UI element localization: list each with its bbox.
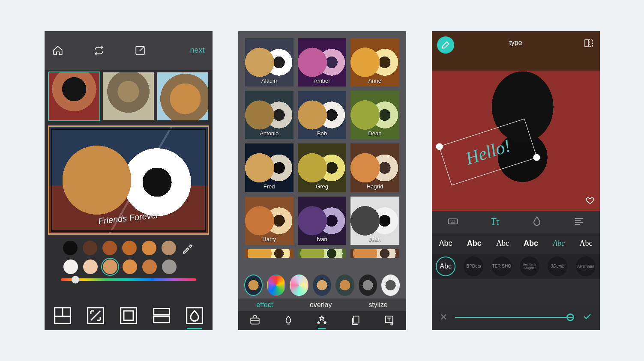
resize-tool-icon[interactable] (84, 304, 107, 327)
toolbox-icon[interactable] (249, 315, 261, 326)
next-button[interactable]: next (190, 46, 204, 55)
compare-icon[interactable] (584, 38, 594, 50)
color-swatch[interactable] (122, 241, 137, 255)
compose-icon[interactable] (135, 45, 146, 56)
filter-tile[interactable]: Jean (350, 197, 399, 245)
color-swatch[interactable] (63, 260, 78, 274)
color-swatch[interactable] (142, 241, 156, 255)
tab-overlay[interactable]: overlay (310, 301, 332, 309)
color-swatch[interactable] (83, 241, 97, 255)
effect-category[interactable] (335, 274, 354, 296)
hue-slider[interactable] (61, 278, 196, 281)
thumbnail-3[interactable] (156, 72, 209, 121)
bottom-toolbar (238, 311, 406, 330)
color-tool-icon[interactable] (183, 304, 206, 327)
main-canvas[interactable]: Friends Forever (48, 125, 209, 235)
text-overlay-box[interactable]: Hello! (439, 118, 537, 185)
effect-category[interactable] (290, 274, 308, 296)
filter-tile[interactable]: Aladin (245, 38, 294, 87)
effects-icon[interactable] (316, 315, 327, 326)
color-swatch[interactable] (63, 241, 78, 255)
font-family-button[interactable]: 3Dumb (548, 257, 567, 276)
filter-tile-partial[interactable] (245, 249, 294, 258)
border-tool-icon[interactable] (117, 304, 140, 327)
screen-collage-editor: next Friends Forever (45, 31, 213, 330)
font-sample[interactable]: Abc (439, 239, 452, 248)
svg-rect-9 (353, 316, 359, 323)
size-slider[interactable] (455, 317, 574, 318)
resize-handle-tl[interactable] (435, 142, 443, 151)
svg-rect-13 (589, 40, 593, 47)
color-swatch[interactable] (162, 241, 176, 255)
font-sample[interactable]: Abc (467, 239, 482, 248)
color-swatch-selected[interactable] (103, 260, 117, 274)
svg-rect-12 (585, 40, 588, 47)
svg-rect-5 (153, 308, 169, 315)
font-sample[interactable]: Abc (579, 239, 592, 248)
hue-slider-knob[interactable] (72, 276, 79, 283)
filter-tile[interactable]: Harry (245, 197, 294, 245)
effect-tabs: effect overlay stylize (238, 298, 406, 311)
filter-tile[interactable]: Fred (245, 143, 294, 192)
text-tool-icon[interactable] (383, 315, 395, 326)
svg-rect-4 (124, 311, 133, 320)
filter-tile[interactable]: Dean (350, 91, 399, 139)
layers-icon[interactable] (350, 315, 361, 326)
text-overlay-content: Hello! (463, 135, 513, 169)
font-sample[interactable]: Abc (524, 239, 538, 248)
layout-tool-icon[interactable] (51, 304, 74, 327)
font-sample-selected[interactable]: Abc (553, 239, 565, 248)
eyedropper-icon[interactable] (181, 242, 194, 254)
rotate-icon[interactable] (93, 45, 105, 56)
color-swatch[interactable] (142, 260, 157, 274)
filter-tile[interactable]: Bob (298, 91, 346, 139)
cancel-icon[interactable]: ✕ (440, 312, 447, 323)
tab-stylize[interactable]: stylize (368, 301, 387, 309)
keyboard-icon[interactable] (447, 215, 459, 229)
font-family-button[interactable]: Architects daughter (520, 257, 539, 276)
size-slider-knob[interactable] (566, 313, 574, 321)
thumbnail-1[interactable] (48, 72, 101, 121)
effect-category[interactable] (244, 274, 263, 296)
brush-icon[interactable] (283, 315, 294, 326)
eraser-button[interactable] (437, 36, 454, 54)
color-swatch[interactable] (83, 260, 98, 274)
filter-tile[interactable]: Ivan (298, 197, 346, 245)
effect-category[interactable] (267, 274, 285, 296)
filter-tile[interactable]: Antonio (245, 91, 294, 139)
align-icon[interactable] (573, 215, 585, 229)
filter-tile-partial[interactable] (298, 249, 346, 258)
rows-tool-icon[interactable] (150, 304, 173, 327)
confirm-icon[interactable] (582, 311, 592, 323)
font-icon[interactable] (489, 215, 501, 229)
effect-category[interactable] (313, 274, 331, 296)
thumbnail-2[interactable] (102, 72, 155, 121)
filter-tile[interactable]: Hagrid (350, 143, 399, 192)
font-sample[interactable]: Abc (496, 239, 509, 248)
color-palette (45, 235, 213, 283)
filter-tile[interactable]: Greg (298, 143, 346, 192)
font-family-button[interactable]: BPDots (464, 257, 483, 276)
thumbnail-strip (45, 70, 213, 123)
tab-effect[interactable]: effect (256, 301, 273, 309)
effect-category[interactable] (381, 274, 400, 296)
home-icon[interactable] (52, 45, 63, 56)
svg-rect-8 (251, 318, 259, 324)
drop-icon[interactable] (531, 215, 543, 229)
top-toolbar: next (45, 31, 213, 70)
resize-handle-br[interactable] (532, 153, 541, 161)
color-swatch[interactable] (102, 241, 117, 255)
font-family-button[interactable]: Airstream (576, 257, 596, 276)
heart-icon[interactable] (585, 196, 595, 207)
filter-tile[interactable]: Anne (350, 38, 399, 87)
screen-type-editor: type Hello! Abc Abc Abc Abc Abc (432, 31, 600, 330)
color-swatch[interactable] (123, 260, 137, 274)
screen-title: type (509, 39, 522, 47)
font-family-button[interactable]: Abc (436, 257, 455, 276)
photo-canvas[interactable]: type Hello! (432, 31, 600, 211)
filter-tile-partial[interactable] (350, 249, 399, 258)
font-family-button[interactable]: TER SHO (492, 257, 512, 276)
color-swatch[interactable] (162, 260, 177, 274)
filter-tile[interactable]: Amber (298, 38, 346, 87)
effect-category[interactable] (359, 274, 377, 296)
